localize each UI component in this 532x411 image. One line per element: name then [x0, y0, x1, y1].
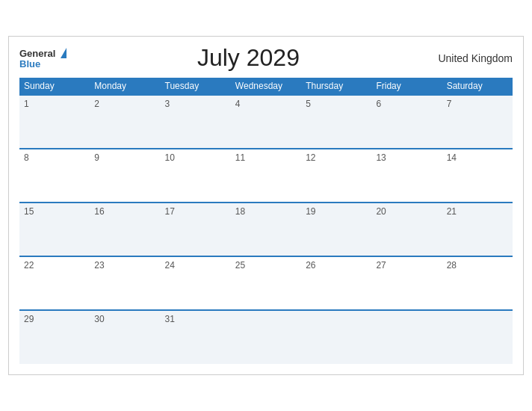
- calendar-cell: 15: [19, 203, 90, 256]
- calendar-cell: 17: [161, 203, 231, 256]
- calendar-cell: 26: [301, 256, 371, 310]
- calendar-cell: 14: [442, 149, 513, 203]
- week-row-3: 15161718192021: [19, 203, 513, 256]
- calendar-cell: 1: [19, 95, 90, 149]
- weekday-header-thursday: Thursday: [301, 78, 371, 95]
- day-number: 6: [376, 99, 381, 109]
- calendar-tbody: 1234567891011121314151617181920212223242…: [19, 95, 513, 364]
- calendar-cell: 12: [301, 149, 371, 203]
- day-number: 10: [165, 152, 175, 163]
- logo-blue: Blue: [19, 59, 66, 69]
- calendar-cell: 5: [301, 95, 371, 149]
- calendar-header: General Blue July 2029 United Kingdom: [19, 44, 513, 72]
- day-number: 26: [306, 260, 315, 271]
- calendar-cell: 13: [371, 149, 442, 203]
- day-number: 30: [94, 314, 104, 324]
- calendar-cell: 31: [161, 310, 231, 364]
- day-number: 11: [235, 152, 245, 163]
- day-number: 2: [94, 99, 99, 109]
- logo-general: General: [19, 46, 66, 60]
- day-number: 5: [306, 99, 311, 109]
- calendar-cell: 9: [90, 149, 160, 203]
- calendar-cell: [371, 310, 442, 364]
- weekday-header-saturday: Saturday: [442, 78, 513, 95]
- calendar-cell: 25: [231, 256, 301, 310]
- weekday-header-row: SundayMondayTuesdayWednesdayThursdayFrid…: [19, 78, 513, 95]
- calendar-cell: 18: [231, 203, 301, 256]
- day-number: 20: [376, 206, 386, 217]
- calendar-cell: [442, 310, 513, 364]
- day-number: 13: [376, 152, 386, 163]
- weekday-header-tuesday: Tuesday: [161, 78, 231, 95]
- day-number: 18: [235, 206, 245, 217]
- day-number: 14: [447, 152, 457, 163]
- weekday-header-sunday: Sunday: [19, 78, 90, 95]
- calendar-table: SundayMondayTuesdayWednesdayThursdayFrid…: [19, 78, 513, 364]
- day-number: 27: [376, 260, 386, 271]
- day-number: 28: [447, 260, 457, 271]
- calendar-cell: 3: [161, 95, 231, 149]
- calendar-cell: 29: [19, 310, 90, 364]
- day-number: 29: [24, 314, 34, 324]
- day-number: 17: [165, 206, 175, 217]
- day-number: 12: [306, 152, 315, 163]
- week-row-2: 891011121314: [19, 149, 513, 203]
- calendar-cell: 24: [161, 256, 231, 310]
- calendar-cell: [301, 310, 371, 364]
- calendar-cell: 6: [371, 95, 442, 149]
- calendar-cell: 30: [90, 310, 160, 364]
- day-number: 31: [165, 314, 175, 324]
- calendar-cell: 27: [371, 256, 442, 310]
- week-row-1: 1234567: [19, 95, 513, 149]
- calendar-cell: 16: [90, 203, 160, 256]
- calendar-cell: 19: [301, 203, 371, 256]
- weekday-header-wednesday: Wednesday: [231, 78, 301, 95]
- calendar-cell: 11: [231, 149, 301, 203]
- calendar-title: July 2029: [66, 44, 430, 72]
- day-number: 9: [94, 152, 99, 163]
- weekday-header-friday: Friday: [371, 78, 442, 95]
- calendar-cell: [231, 310, 301, 364]
- calendar-cell: 4: [231, 95, 301, 149]
- calendar-cell: 8: [19, 149, 90, 203]
- calendar-cell: 10: [161, 149, 231, 203]
- calendar-container: General Blue July 2029 United Kingdom Su…: [8, 36, 524, 375]
- calendar-region: United Kingdom: [430, 52, 513, 64]
- day-number: 23: [94, 260, 104, 271]
- day-number: 1: [24, 99, 29, 109]
- day-number: 4: [235, 99, 241, 109]
- day-number: 19: [306, 206, 315, 217]
- calendar-cell: 28: [442, 256, 513, 310]
- day-number: 7: [447, 99, 452, 109]
- day-number: 22: [24, 260, 34, 271]
- week-row-5: 293031: [19, 310, 513, 364]
- day-number: 24: [165, 260, 175, 271]
- week-row-4: 22232425262728: [19, 256, 513, 310]
- logo-triangle-icon: [61, 48, 66, 58]
- calendar-cell: 23: [90, 256, 160, 310]
- calendar-cell: 22: [19, 256, 90, 310]
- calendar-thead: SundayMondayTuesdayWednesdayThursdayFrid…: [19, 78, 513, 95]
- calendar-cell: 21: [442, 203, 513, 256]
- day-number: 3: [165, 99, 170, 109]
- calendar-cell: 20: [371, 203, 442, 256]
- day-number: 8: [24, 152, 29, 163]
- weekday-header-monday: Monday: [90, 78, 160, 95]
- day-number: 21: [447, 206, 457, 217]
- day-number: 15: [24, 206, 34, 217]
- logo: General Blue: [19, 46, 66, 70]
- calendar-cell: 2: [90, 95, 160, 149]
- day-number: 25: [235, 260, 245, 271]
- calendar-cell: 7: [442, 95, 513, 149]
- day-number: 16: [94, 206, 104, 217]
